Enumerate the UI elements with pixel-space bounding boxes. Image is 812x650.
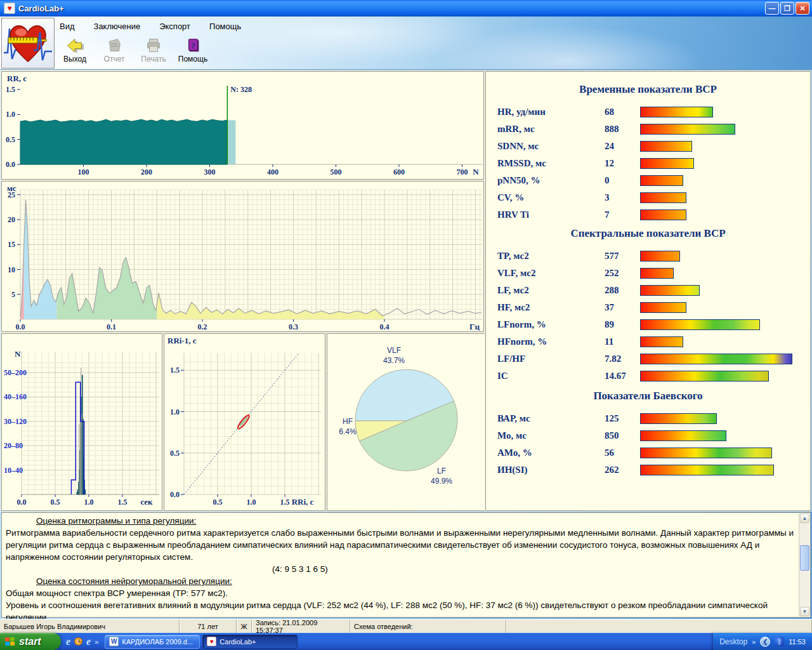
restore-button[interactable]: ❐ [780, 2, 794, 15]
desktop-toolbar-chevron-icon[interactable]: » [752, 638, 756, 646]
svg-text:10: 10 [8, 265, 15, 274]
close-button[interactable]: ✕ [796, 2, 809, 15]
svg-text:40–160: 40–160 [4, 392, 27, 401]
svg-text:1.0: 1.0 [6, 110, 15, 119]
metric-bar [640, 319, 760, 330]
metric-bar [640, 354, 792, 364]
task-button-cardiolab-label: CardioLab+ [219, 638, 256, 646]
print-icon [143, 36, 164, 55]
quicklaunch-overflow-chevron-icon[interactable]: » [95, 638, 98, 646]
start-button[interactable]: start [0, 633, 61, 650]
svg-text:25: 25 [8, 190, 15, 199]
clock-app-icon[interactable] [74, 637, 82, 646]
svg-text:5: 5 [11, 290, 15, 299]
svg-text:1.5: 1.5 [280, 498, 290, 507]
quick-launch: e e » [61, 636, 103, 647]
section-title: Временные показатели ВСР [486, 83, 810, 98]
svg-text:LF: LF [437, 467, 446, 475]
svg-text:1.5: 1.5 [118, 498, 128, 507]
svg-text:0.1: 0.1 [107, 322, 116, 331]
menu-toolbar-band: Вид Заключение Экспорт Помощь Выход Отче… [0, 17, 812, 70]
bluetooth-icon[interactable]: ᛒ [775, 637, 784, 646]
task-button-word[interactable]: W КАРДИОЛАБ 2009.d... [105, 635, 200, 649]
svg-text:1.5: 1.5 [6, 85, 15, 94]
help-button[interactable]: ? Помощь [176, 36, 209, 70]
metric-row: SDNN, мс24 [486, 138, 810, 155]
poincare-panel: RRi-1, c0.00.51.01.50.51.01.5RRi, c [164, 333, 325, 511]
metric-bar-track [640, 192, 794, 203]
svg-text:VLF: VLF [387, 346, 401, 355]
metric-bar-track [640, 336, 794, 347]
hide-icons-chevron-icon[interactable]: ❮ [760, 637, 770, 647]
metric-label: АМо, % [486, 448, 605, 458]
svg-text:0.5: 0.5 [6, 135, 15, 144]
svg-text:0.0: 0.0 [17, 498, 27, 507]
metric-bar-track [640, 251, 794, 262]
metric-value: 7.82 [605, 354, 640, 364]
svg-text:500: 500 [331, 168, 342, 176]
status-age: 71 лет [180, 620, 237, 633]
svg-text:0.0: 0.0 [170, 490, 180, 499]
metric-value: 888 [605, 124, 640, 135]
taskbar: start e e » W КАРДИОЛАБ 2009.d... ♥ Card… [0, 633, 812, 650]
minimize-button[interactable]: — [765, 2, 779, 15]
heart-ecg-logo-icon [2, 18, 54, 68]
menu-zaklyuchenie[interactable]: Заключение [93, 20, 142, 33]
metric-row: ИН(SI)262 [486, 461, 810, 479]
scroll-thumb[interactable] [800, 545, 809, 571]
poincare-svg: RRi-1, c0.00.51.01.50.51.01.5RRi, c [164, 334, 325, 510]
metric-row: ВАР, мс125 [486, 410, 810, 427]
metric-bar-track [640, 175, 794, 186]
toolbar: Выход Отчет Печать ? Помощь [58, 36, 209, 70]
metric-label: Мо, мс [486, 430, 605, 441]
metric-row: TP, мс2577 [486, 248, 810, 265]
assessment-heading-2: Оценка состояния нейрогуморальной регуля… [6, 575, 795, 587]
print-button-label: Печать [141, 55, 166, 63]
svg-text:N: 328: N: 328 [230, 85, 252, 94]
status-lead-scheme: Схема отведений: [350, 620, 506, 633]
app-heart-icon: ♥ [4, 3, 15, 14]
metric-bar [640, 448, 772, 458]
tachogram-svg: RR, c0.00.51.01.5100200300400500600700NN… [2, 72, 483, 179]
svg-text:N: N [15, 349, 21, 359]
metric-bar-track [640, 430, 794, 441]
svg-text:20: 20 [8, 215, 15, 224]
task-button-cardiolab[interactable]: ♥ CardioLab+ [202, 635, 298, 649]
heart-app-icon: ♥ [207, 637, 216, 646]
scroll-up-icon[interactable]: ▲ [800, 514, 809, 523]
metric-value: 262 [605, 465, 640, 475]
metric-row: АМо, %56 [486, 444, 810, 461]
text-scrollbar[interactable]: ▲ ▼ [799, 514, 809, 616]
help-book-icon: ? [183, 36, 203, 55]
metric-label: CV, % [486, 192, 605, 203]
metric-bar [640, 209, 686, 220]
metric-label: VLF, мс2 [486, 268, 605, 279]
metric-row: CV, %3 [486, 189, 810, 206]
menu-vid[interactable]: Вид [58, 20, 76, 33]
exit-button[interactable]: Выход [58, 36, 91, 70]
desktop-toolbar-label[interactable]: Desktop [719, 637, 747, 646]
metric-bar [640, 268, 674, 279]
svg-text:1.0: 1.0 [170, 408, 180, 416]
menu-pomosch[interactable]: Помощь [208, 20, 242, 33]
metric-bar [640, 192, 686, 203]
assessment-panel: Оценка ритмограммы и типа регуляции: Рит… [1, 512, 811, 618]
svg-text:700: 700 [457, 168, 468, 176]
svg-text:300: 300 [204, 168, 216, 176]
metric-value: 11 [605, 336, 640, 347]
svg-text:400: 400 [267, 168, 278, 176]
metric-row: LFnorm, %89 [486, 316, 810, 333]
ie-icon[interactable]: e [66, 636, 70, 647]
scroll-down-icon[interactable]: ▼ [800, 607, 809, 616]
tray-clock: 11:53 [789, 638, 806, 646]
metric-label: ИН(SI) [486, 465, 605, 475]
menu-eksport[interactable]: Экспорт [158, 20, 192, 33]
svg-text:RRi, c: RRi, c [292, 497, 314, 507]
metric-bar [640, 107, 713, 117]
metric-row: RMSSD, мс12 [486, 155, 810, 172]
section-title: Спектральные показатели ВСР [486, 227, 810, 242]
menu-bar: Вид Заключение Экспорт Помощь [58, 20, 242, 33]
ie-icon-2[interactable]: e [86, 636, 91, 647]
metric-value: 7 [605, 209, 640, 220]
metric-label: ВАР, мс [486, 413, 605, 424]
